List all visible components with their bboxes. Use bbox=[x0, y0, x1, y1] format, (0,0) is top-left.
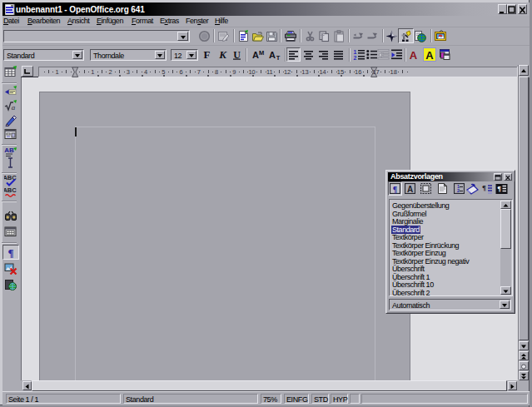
svg-text:13: 13 bbox=[301, 68, 308, 76]
svg-text:6: 6 bbox=[180, 68, 183, 76]
svg-text:15: 15 bbox=[337, 68, 344, 76]
svg-text:¶: ¶ bbox=[497, 185, 501, 193]
svg-text:1: 1 bbox=[56, 68, 59, 76]
svg-text:U: U bbox=[233, 49, 241, 61]
svg-text:A: A bbox=[269, 50, 276, 60]
svg-text:16: 16 bbox=[355, 68, 361, 76]
svg-text:18: 18 bbox=[390, 68, 397, 76]
svg-text:7: 7 bbox=[197, 68, 201, 76]
svg-text:A: A bbox=[407, 185, 413, 194]
svg-text:5: 5 bbox=[162, 68, 165, 76]
svg-text:9: 9 bbox=[232, 68, 236, 76]
svg-text:1: 1 bbox=[354, 49, 357, 55]
svg-text:A: A bbox=[410, 49, 418, 61]
svg-text:ABC: ABC bbox=[4, 186, 17, 194]
svg-text:4: 4 bbox=[144, 68, 147, 76]
svg-text:¶: ¶ bbox=[393, 185, 397, 194]
svg-text:2: 2 bbox=[108, 68, 112, 76]
svg-text:AB: AB bbox=[4, 146, 14, 154]
svg-text:8: 8 bbox=[215, 68, 218, 76]
svg-text:3: 3 bbox=[127, 68, 130, 76]
svg-text:11: 11 bbox=[266, 68, 273, 76]
svg-text:1: 1 bbox=[91, 68, 94, 76]
svg-text:A: A bbox=[425, 49, 434, 62]
svg-text:T: T bbox=[276, 54, 281, 61]
svg-text:¶: ¶ bbox=[7, 246, 13, 259]
svg-text:10: 10 bbox=[248, 68, 255, 76]
svg-text:2: 2 bbox=[457, 188, 460, 193]
svg-text:a: a bbox=[12, 103, 16, 112]
svg-text:17: 17 bbox=[372, 68, 379, 76]
svg-text:K: K bbox=[218, 48, 227, 61]
svg-text:A: A bbox=[252, 50, 259, 60]
svg-text:2: 2 bbox=[354, 55, 357, 61]
svg-text:¶: ¶ bbox=[482, 184, 486, 192]
svg-text:F: F bbox=[204, 48, 211, 61]
svg-text:M: M bbox=[259, 49, 264, 57]
svg-text:12: 12 bbox=[284, 68, 291, 76]
svg-text:14: 14 bbox=[319, 68, 326, 76]
